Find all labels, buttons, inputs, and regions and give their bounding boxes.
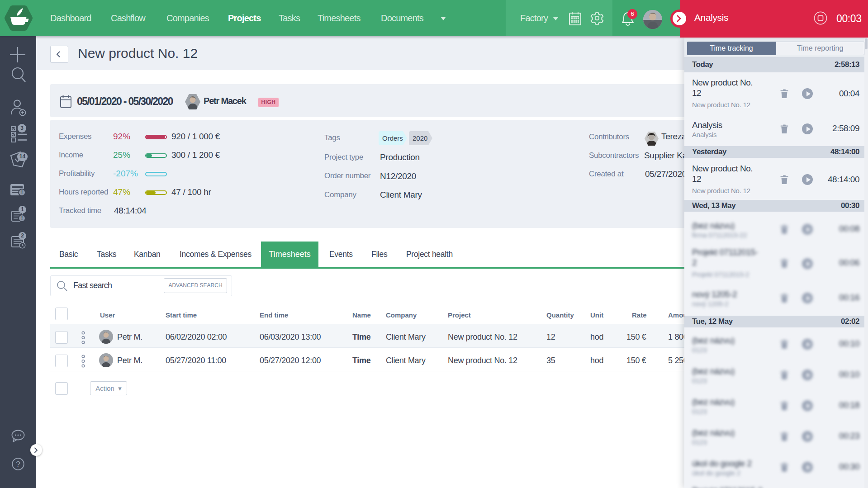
svg-text:?: ? <box>16 460 20 469</box>
